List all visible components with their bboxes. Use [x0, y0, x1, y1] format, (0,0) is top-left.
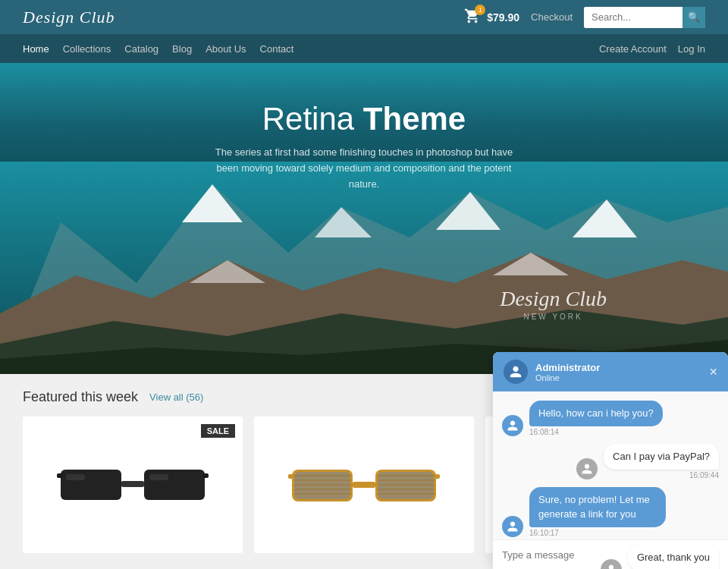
chat-message-input[interactable]	[502, 549, 719, 561]
hero-title-thin: Retina	[262, 101, 363, 137]
message-3: Sure, no problem! Let me generate a link…	[502, 487, 719, 536]
search-icon: 🔍	[688, 11, 700, 23]
msg-time-3: 16:10:17	[529, 529, 666, 537]
checkout-link[interactable]: Checkout	[531, 11, 573, 23]
view-all-link[interactable]: View all (56)	[149, 391, 203, 403]
svg-rect-17	[149, 474, 168, 480]
chat-header-info: Administrator Online	[535, 362, 600, 382]
chat-close-button[interactable]: ×	[709, 365, 717, 379]
chat-header-left: Administrator Online	[504, 360, 600, 384]
msg-bubble-1: Hello, how can i help you?	[529, 401, 663, 426]
cart-badge: 1	[475, 5, 485, 15]
svg-rect-13	[121, 481, 144, 487]
chat-widget: Administrator Online × Hello, how can i …	[493, 352, 728, 569]
hero-brand-sub: NEW YORK	[500, 313, 607, 321]
message-2: Can I pay via PayPal? 16:09:44	[502, 444, 719, 479]
nav-right: Create Account Log In	[599, 43, 705, 55]
top-bar: Design Club 1 $79.90 Checkout 🔍	[0, 0, 728, 34]
sunglasses-black	[57, 454, 209, 515]
chat-admin-name: Administrator	[535, 362, 600, 373]
msg-bubble-3: Sure, no problem! Let me generate a link…	[529, 487, 666, 527]
hero-section: Retina Theme The series at first had som…	[0, 63, 728, 374]
sunglasses-wood	[288, 454, 440, 515]
hero-brand-overlay: Design Club NEW YORK	[500, 287, 607, 321]
svg-rect-15	[202, 473, 209, 478]
cart-price: $79.90	[487, 11, 519, 24]
msg-time-1: 16:08:14	[529, 428, 663, 436]
hero-title-bold: Theme	[363, 101, 466, 137]
nav-bar: Home Collections Catalog Blog About Us C…	[0, 34, 728, 63]
chat-messages: Hello, how can i help you? 16:08:14 Can …	[493, 391, 728, 539]
svg-rect-16	[66, 474, 85, 480]
hero-title: Retina Theme	[262, 101, 466, 137]
search-input[interactable]	[584, 7, 682, 28]
nav-item-home[interactable]: Home	[23, 43, 49, 55]
svg-rect-33	[288, 474, 293, 479]
sale-badge: SALE	[201, 424, 235, 438]
product-card-1[interactable]: SALE	[23, 417, 243, 553]
msg-content-1: Hello, how can i help you? 16:08:14	[529, 401, 663, 436]
product-card-2[interactable]	[254, 417, 474, 553]
svg-rect-34	[435, 474, 440, 479]
logo: Design Club	[23, 8, 115, 27]
svg-rect-32	[353, 482, 375, 488]
search-button[interactable]: 🔍	[682, 7, 705, 28]
msg-avatar-admin-1	[502, 415, 523, 436]
message-1: Hello, how can i help you? 16:08:14	[502, 401, 719, 436]
nav-item-collections[interactable]: Collections	[63, 43, 111, 55]
msg-content-2: Can I pay via PayPal? 16:09:44	[604, 444, 719, 479]
hero-subtitle: The series at first had some finishing t…	[212, 145, 516, 192]
msg-avatar-user-2	[576, 458, 598, 479]
nav-item-blog[interactable]: Blog	[172, 43, 192, 55]
nav-item-contact[interactable]: Contact	[260, 43, 294, 55]
chat-admin-avatar	[504, 360, 528, 384]
nav-item-catalog[interactable]: Catalog	[124, 43, 158, 55]
hero-brand-text: Design Club	[500, 287, 607, 311]
person-icon	[509, 365, 522, 379]
featured-title: Featured this week	[23, 389, 138, 405]
mountain-background	[0, 162, 728, 374]
login-link[interactable]: Log In	[678, 43, 705, 55]
nav-item-about[interactable]: About Us	[206, 43, 246, 55]
nav-left: Home Collections Catalog Blog About Us C…	[23, 43, 293, 55]
msg-content-3: Sure, no problem! Let me generate a link…	[529, 487, 666, 536]
cart-area[interactable]: 1 $79.90	[464, 8, 519, 27]
create-account-link[interactable]: Create Account	[599, 43, 667, 55]
top-right-area: 1 $79.90 Checkout 🔍	[464, 7, 705, 28]
svg-rect-14	[57, 473, 63, 478]
chat-header: Administrator Online ×	[493, 352, 728, 391]
search-box: 🔍	[584, 7, 705, 28]
chat-online-status: Online	[535, 373, 600, 382]
msg-avatar-admin-3	[502, 516, 523, 537]
cart-icon-wrap: 1	[464, 8, 481, 27]
msg-time-2: 16:09:44	[604, 471, 719, 479]
msg-bubble-2: Can I pay via PayPal?	[604, 444, 719, 470]
